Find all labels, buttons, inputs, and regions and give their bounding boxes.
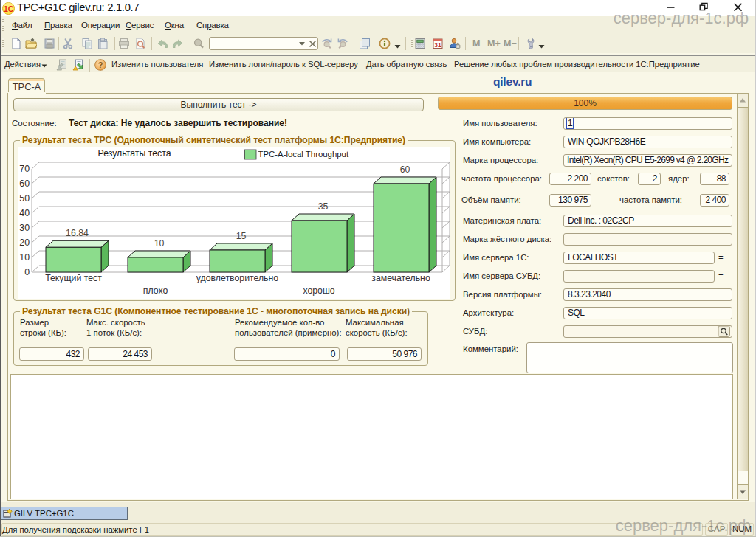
svg-text:60: 60	[19, 179, 30, 189]
svg-text:16.84: 16.84	[66, 228, 89, 238]
svg-text:15: 15	[236, 231, 247, 241]
svg-text:70: 70	[19, 164, 30, 174]
svg-text:35: 35	[318, 201, 329, 212]
svg-text:замечательно: замечательно	[371, 273, 430, 283]
svg-text:50: 50	[19, 193, 30, 204]
svg-text:60: 60	[400, 164, 410, 175]
svg-text:31: 31	[434, 41, 441, 49]
svg-text:0: 0	[24, 267, 30, 277]
svg-text:20: 20	[19, 238, 30, 248]
svg-text:30: 30	[19, 223, 30, 233]
svg-text:10: 10	[19, 252, 30, 263]
svg-text:10: 10	[154, 238, 165, 249]
svg-text:удовлетворительно: удовлетворительно	[196, 273, 278, 283]
svg-text:Текущий тест: Текущий тест	[45, 273, 102, 283]
svg-text:?: ?	[98, 60, 103, 69]
svg-text:плохо: плохо	[143, 285, 168, 296]
svg-text:40: 40	[19, 208, 30, 218]
svg-text:Результаты теста: Результаты теста	[98, 148, 171, 159]
svg-text:TPC-A-local Throughput: TPC-A-local Throughput	[258, 150, 349, 159]
svg-text:хорошо: хорошо	[303, 285, 334, 296]
